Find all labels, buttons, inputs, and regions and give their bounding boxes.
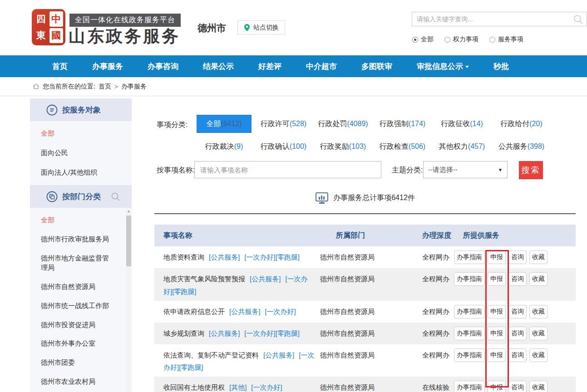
item-tag[interactable]: [公共服务] — [263, 351, 294, 359]
seal-char: 中 — [49, 11, 64, 27]
consult-button[interactable]: 咨询 — [508, 348, 527, 362]
guide-button[interactable]: 办事指南 — [454, 250, 485, 264]
department-item[interactable]: 德州市团委 — [30, 353, 132, 372]
department-item[interactable]: 德州市行政审批服务局 — [30, 230, 132, 249]
nav-item-rating[interactable]: 好差评 — [246, 61, 294, 72]
item-name-link[interactable]: 收回国有土地使用权 — [163, 383, 225, 391]
seal-char: 四 — [34, 11, 48, 27]
item-name-link[interactable]: 依法查询、复制不动产登记资料 — [163, 351, 259, 359]
nav-item-home[interactable]: 首页 — [40, 61, 80, 72]
radio-option-all[interactable]: 全部 — [412, 35, 434, 44]
favorite-button[interactable]: 收藏 — [529, 305, 548, 318]
category-tab[interactable]: 行政确认(100) — [254, 137, 313, 156]
department-item-all[interactable]: 全部 — [30, 211, 132, 230]
sidebar-item-citizens[interactable]: 面向公民 — [30, 143, 132, 163]
category-tab[interactable]: 行政征收(14) — [432, 115, 492, 133]
category-tab[interactable]: 行政检查(506) — [373, 137, 432, 156]
category-tab[interactable]: 行政强制(174) — [373, 115, 432, 133]
topic-filter-label: 主题分类: — [392, 166, 423, 175]
radio-option-power-items[interactable]: 权力事项 — [444, 35, 478, 44]
apply-button[interactable]: 申报 — [488, 305, 506, 318]
guide-button[interactable]: 办事指南 — [454, 348, 485, 362]
item-tag[interactable]: [公共服务] — [250, 275, 281, 283]
item-tag[interactable]: [公共服务] — [229, 308, 260, 315]
nav-item-instant-approval[interactable]: 秒批 — [481, 61, 521, 72]
category-tab[interactable]: 公共服务(398) — [492, 137, 551, 156]
nav-item-results[interactable]: 结果公示 — [191, 61, 246, 72]
consult-button[interactable]: 咨询 — [508, 250, 527, 264]
item-name-link[interactable]: 城乡规划查询 — [163, 329, 204, 337]
item-name-input[interactable] — [194, 161, 381, 178]
apply-button[interactable]: 申报 — [488, 348, 506, 362]
item-name-link[interactable]: 依申请政府信息公开 — [163, 308, 225, 315]
favorite-button[interactable]: 收藏 — [529, 327, 548, 340]
radio-option-service-items[interactable]: 服务事项 — [489, 35, 523, 44]
breadcrumb-link-home[interactable]: 首页 — [99, 83, 111, 91]
department-item[interactable]: 德州市自然资源局 — [30, 277, 132, 296]
department-item[interactable]: 德州市地方金融监督管理局 — [30, 249, 132, 278]
site-switch-label: 站点切换 — [253, 24, 279, 32]
category-tab[interactable]: 行政给付(20) — [492, 115, 551, 133]
nav-item-services[interactable]: 办事服务 — [80, 61, 135, 72]
keyword-search-input[interactable] — [412, 12, 587, 26]
nav-item-multi-review[interactable]: 多图联审 — [349, 61, 404, 72]
breadcrumb-separator: > — [114, 83, 118, 90]
item-tag[interactable]: [一次办好][零跑腿] — [244, 253, 300, 261]
department-item[interactable]: 德州市投资促进局 — [30, 315, 132, 334]
item-tag[interactable]: [一次办好][零跑腿] — [244, 329, 300, 337]
item-name-filter-label: 按事项名称: — [157, 166, 195, 175]
department-item[interactable]: 德州市统一战线工作部 — [30, 296, 132, 315]
nav-item-intermediary[interactable]: 中介超市 — [294, 61, 349, 72]
section-divider — [154, 213, 576, 214]
list-circle-icon — [46, 104, 58, 116]
scrollbar-up-arrow[interactable]: ▲ — [126, 208, 132, 215]
apply-button[interactable]: 申报 — [488, 381, 506, 392]
item-name-link[interactable]: 地质灾害气象风险预警预报 — [163, 275, 245, 283]
item-name-link[interactable]: 地质资料查询 — [163, 253, 204, 261]
category-tab[interactable]: 其他权力(457) — [432, 137, 492, 156]
department-search-icon[interactable] — [111, 192, 120, 201]
apply-button[interactable]: 申报 — [488, 272, 506, 286]
nav-item-consult[interactable]: 办事咨询 — [135, 61, 191, 72]
item-tag[interactable]: [公共服务] — [209, 253, 240, 261]
consult-button[interactable]: 咨询 — [508, 272, 527, 286]
item-tag[interactable]: [一次办好] — [251, 383, 282, 391]
category-tab[interactable]: 行政处罚(4089) — [313, 115, 373, 133]
search-button[interactable]: 搜索 — [519, 161, 543, 179]
breadcrumb-link-services[interactable]: 办事服务 — [121, 83, 147, 91]
consult-button[interactable]: 咨询 — [508, 305, 527, 318]
item-tag[interactable]: [公共服务] — [209, 329, 240, 337]
table-row: 依法查询、复制不动产登记资料[公共服务][一次办好][零跑腿] 德州市自然资源局… — [154, 344, 576, 377]
scrollbar-thumb[interactable] — [126, 216, 131, 266]
search-icon[interactable] — [573, 14, 584, 25]
favorite-button[interactable]: 收藏 — [529, 272, 548, 286]
favorite-button[interactable]: 收藏 — [529, 250, 548, 264]
department-item[interactable]: 德州市外事办公室 — [30, 334, 132, 353]
sidebar-item-all[interactable]: 全部 — [30, 124, 132, 143]
copy-circle-icon — [46, 191, 58, 202]
site-logo-seal: 四 中 東 國 — [32, 9, 65, 45]
consult-button[interactable]: 咨询 — [508, 327, 527, 340]
apply-button[interactable]: 申报 — [488, 250, 506, 264]
consult-button[interactable]: 咨询 — [508, 381, 527, 392]
nav-item-approval-info[interactable]: 审批信息公示 — [404, 61, 481, 72]
favorite-button[interactable]: 收藏 — [529, 348, 548, 362]
category-tab[interactable]: 行政奖励(103) — [313, 137, 373, 156]
guide-button[interactable]: 办事指南 — [454, 272, 485, 286]
sidebar-item-legal-entities[interactable]: 面向法人/其他组织 — [30, 163, 132, 182]
site-switch-button[interactable]: 站点切换 — [237, 20, 285, 34]
category-tab-all[interactable]: 全部(6412) — [197, 115, 252, 133]
department-scrollbar[interactable]: ▲ — [126, 208, 132, 392]
apply-button[interactable]: 申报 — [488, 327, 506, 340]
guide-button[interactable]: 办事指南 — [454, 381, 485, 392]
item-tag[interactable]: [其他] — [229, 383, 247, 391]
chevron-down-icon — [465, 66, 469, 68]
topic-select[interactable]: --请选择-- ▼ — [423, 161, 508, 178]
category-tab[interactable]: 行政裁决(9) — [194, 137, 254, 156]
department-item[interactable]: 德州市农业农村局 — [30, 372, 132, 391]
category-tab[interactable]: 行政许可(528) — [254, 115, 313, 133]
guide-button[interactable]: 办事指南 — [454, 305, 485, 318]
item-tag[interactable]: [一次办好] — [265, 308, 296, 315]
guide-button[interactable]: 办事指南 — [454, 327, 485, 340]
favorite-button[interactable]: 收藏 — [529, 381, 548, 392]
